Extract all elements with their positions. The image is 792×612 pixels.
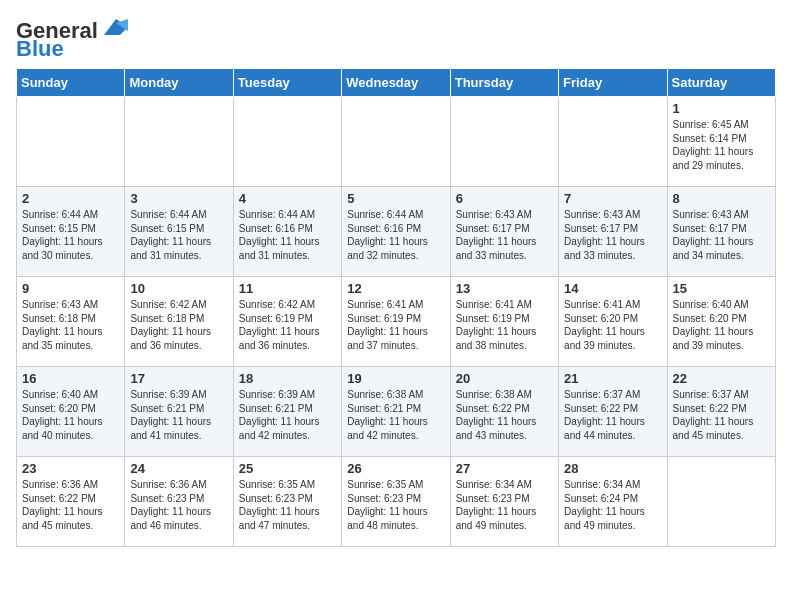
day-number: 7 — [564, 191, 661, 206]
cell-info: Sunrise: 6:41 AM Sunset: 6:19 PM Dayligh… — [347, 298, 444, 352]
cell-info: Sunrise: 6:44 AM Sunset: 6:15 PM Dayligh… — [22, 208, 119, 262]
day-number: 1 — [673, 101, 770, 116]
week-row-1: 1Sunrise: 6:45 AM Sunset: 6:14 PM Daylig… — [17, 97, 776, 187]
day-number: 5 — [347, 191, 444, 206]
day-number: 16 — [22, 371, 119, 386]
day-number: 6 — [456, 191, 553, 206]
day-number: 20 — [456, 371, 553, 386]
day-number: 25 — [239, 461, 336, 476]
cell-w5-d1: 24Sunrise: 6:36 AM Sunset: 6:23 PM Dayli… — [125, 457, 233, 547]
cell-w5-d3: 26Sunrise: 6:35 AM Sunset: 6:23 PM Dayli… — [342, 457, 450, 547]
cell-w5-d4: 27Sunrise: 6:34 AM Sunset: 6:23 PM Dayli… — [450, 457, 558, 547]
cell-w2-d6: 8Sunrise: 6:43 AM Sunset: 6:17 PM Daylig… — [667, 187, 775, 277]
day-number: 28 — [564, 461, 661, 476]
week-row-2: 2Sunrise: 6:44 AM Sunset: 6:15 PM Daylig… — [17, 187, 776, 277]
cell-info: Sunrise: 6:36 AM Sunset: 6:23 PM Dayligh… — [130, 478, 227, 532]
cell-w2-d4: 6Sunrise: 6:43 AM Sunset: 6:17 PM Daylig… — [450, 187, 558, 277]
day-number: 10 — [130, 281, 227, 296]
header-thursday: Thursday — [450, 69, 558, 97]
day-number: 14 — [564, 281, 661, 296]
header-saturday: Saturday — [667, 69, 775, 97]
cell-info: Sunrise: 6:45 AM Sunset: 6:14 PM Dayligh… — [673, 118, 770, 172]
cell-w3-d6: 15Sunrise: 6:40 AM Sunset: 6:20 PM Dayli… — [667, 277, 775, 367]
cell-info: Sunrise: 6:36 AM Sunset: 6:22 PM Dayligh… — [22, 478, 119, 532]
cell-w2-d3: 5Sunrise: 6:44 AM Sunset: 6:16 PM Daylig… — [342, 187, 450, 277]
cell-w5-d2: 25Sunrise: 6:35 AM Sunset: 6:23 PM Dayli… — [233, 457, 341, 547]
logo-blue: Blue — [16, 38, 64, 60]
cell-info: Sunrise: 6:37 AM Sunset: 6:22 PM Dayligh… — [673, 388, 770, 442]
day-number: 18 — [239, 371, 336, 386]
cell-info: Sunrise: 6:39 AM Sunset: 6:21 PM Dayligh… — [239, 388, 336, 442]
cell-info: Sunrise: 6:43 AM Sunset: 6:18 PM Dayligh… — [22, 298, 119, 352]
day-number: 15 — [673, 281, 770, 296]
header-wednesday: Wednesday — [342, 69, 450, 97]
cell-info: Sunrise: 6:43 AM Sunset: 6:17 PM Dayligh… — [673, 208, 770, 262]
cell-info: Sunrise: 6:35 AM Sunset: 6:23 PM Dayligh… — [239, 478, 336, 532]
day-number: 2 — [22, 191, 119, 206]
cell-info: Sunrise: 6:38 AM Sunset: 6:22 PM Dayligh… — [456, 388, 553, 442]
header-friday: Friday — [559, 69, 667, 97]
cell-w1-d5 — [559, 97, 667, 187]
cell-info: Sunrise: 6:42 AM Sunset: 6:19 PM Dayligh… — [239, 298, 336, 352]
cell-w2-d1: 3Sunrise: 6:44 AM Sunset: 6:15 PM Daylig… — [125, 187, 233, 277]
cell-info: Sunrise: 6:41 AM Sunset: 6:20 PM Dayligh… — [564, 298, 661, 352]
cell-info: Sunrise: 6:35 AM Sunset: 6:23 PM Dayligh… — [347, 478, 444, 532]
day-number: 26 — [347, 461, 444, 476]
cell-w2-d5: 7Sunrise: 6:43 AM Sunset: 6:17 PM Daylig… — [559, 187, 667, 277]
logo: General Blue — [16, 20, 132, 60]
week-row-3: 9Sunrise: 6:43 AM Sunset: 6:18 PM Daylig… — [17, 277, 776, 367]
cell-w2-d2: 4Sunrise: 6:44 AM Sunset: 6:16 PM Daylig… — [233, 187, 341, 277]
cell-w4-d5: 21Sunrise: 6:37 AM Sunset: 6:22 PM Dayli… — [559, 367, 667, 457]
header-monday: Monday — [125, 69, 233, 97]
cell-w4-d1: 17Sunrise: 6:39 AM Sunset: 6:21 PM Dayli… — [125, 367, 233, 457]
day-number: 9 — [22, 281, 119, 296]
cell-info: Sunrise: 6:37 AM Sunset: 6:22 PM Dayligh… — [564, 388, 661, 442]
header: General Blue — [16, 16, 776, 60]
cell-w1-d6: 1Sunrise: 6:45 AM Sunset: 6:14 PM Daylig… — [667, 97, 775, 187]
cell-w2-d0: 2Sunrise: 6:44 AM Sunset: 6:15 PM Daylig… — [17, 187, 125, 277]
cell-w1-d4 — [450, 97, 558, 187]
header-tuesday: Tuesday — [233, 69, 341, 97]
cell-w1-d0 — [17, 97, 125, 187]
day-number: 4 — [239, 191, 336, 206]
day-number: 22 — [673, 371, 770, 386]
cell-info: Sunrise: 6:38 AM Sunset: 6:21 PM Dayligh… — [347, 388, 444, 442]
cell-w1-d3 — [342, 97, 450, 187]
cell-w4-d3: 19Sunrise: 6:38 AM Sunset: 6:21 PM Dayli… — [342, 367, 450, 457]
day-number: 12 — [347, 281, 444, 296]
cell-info: Sunrise: 6:40 AM Sunset: 6:20 PM Dayligh… — [673, 298, 770, 352]
cell-info: Sunrise: 6:43 AM Sunset: 6:17 PM Dayligh… — [456, 208, 553, 262]
day-number: 11 — [239, 281, 336, 296]
day-number: 13 — [456, 281, 553, 296]
cell-w3-d1: 10Sunrise: 6:42 AM Sunset: 6:18 PM Dayli… — [125, 277, 233, 367]
calendar-table: SundayMondayTuesdayWednesdayThursdayFrid… — [16, 68, 776, 547]
day-number: 19 — [347, 371, 444, 386]
cell-info: Sunrise: 6:34 AM Sunset: 6:23 PM Dayligh… — [456, 478, 553, 532]
cell-w4-d6: 22Sunrise: 6:37 AM Sunset: 6:22 PM Dayli… — [667, 367, 775, 457]
cell-info: Sunrise: 6:44 AM Sunset: 6:16 PM Dayligh… — [239, 208, 336, 262]
cell-w3-d3: 12Sunrise: 6:41 AM Sunset: 6:19 PM Dayli… — [342, 277, 450, 367]
cell-w3-d4: 13Sunrise: 6:41 AM Sunset: 6:19 PM Dayli… — [450, 277, 558, 367]
day-number: 3 — [130, 191, 227, 206]
cell-w3-d0: 9Sunrise: 6:43 AM Sunset: 6:18 PM Daylig… — [17, 277, 125, 367]
header-row: SundayMondayTuesdayWednesdayThursdayFrid… — [17, 69, 776, 97]
cell-w1-d2 — [233, 97, 341, 187]
day-number: 17 — [130, 371, 227, 386]
cell-w3-d2: 11Sunrise: 6:42 AM Sunset: 6:19 PM Dayli… — [233, 277, 341, 367]
cell-w4-d2: 18Sunrise: 6:39 AM Sunset: 6:21 PM Dayli… — [233, 367, 341, 457]
cell-w5-d0: 23Sunrise: 6:36 AM Sunset: 6:22 PM Dayli… — [17, 457, 125, 547]
logo-icon — [100, 17, 132, 39]
cell-w5-d6 — [667, 457, 775, 547]
day-number: 27 — [456, 461, 553, 476]
header-sunday: Sunday — [17, 69, 125, 97]
cell-info: Sunrise: 6:34 AM Sunset: 6:24 PM Dayligh… — [564, 478, 661, 532]
cell-info: Sunrise: 6:44 AM Sunset: 6:16 PM Dayligh… — [347, 208, 444, 262]
cell-w4-d0: 16Sunrise: 6:40 AM Sunset: 6:20 PM Dayli… — [17, 367, 125, 457]
cell-w3-d5: 14Sunrise: 6:41 AM Sunset: 6:20 PM Dayli… — [559, 277, 667, 367]
cell-w5-d5: 28Sunrise: 6:34 AM Sunset: 6:24 PM Dayli… — [559, 457, 667, 547]
cell-w1-d1 — [125, 97, 233, 187]
day-number: 21 — [564, 371, 661, 386]
week-row-4: 16Sunrise: 6:40 AM Sunset: 6:20 PM Dayli… — [17, 367, 776, 457]
cell-info: Sunrise: 6:41 AM Sunset: 6:19 PM Dayligh… — [456, 298, 553, 352]
day-number: 8 — [673, 191, 770, 206]
